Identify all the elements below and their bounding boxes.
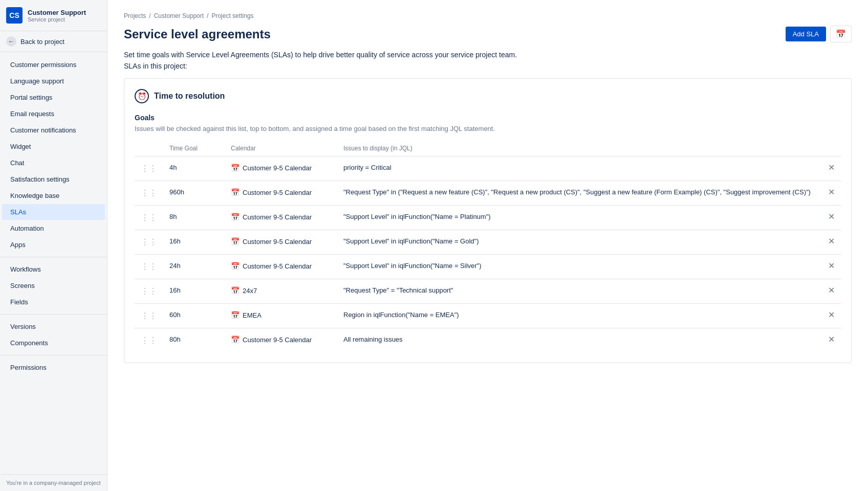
calendar-icon: 📅: [231, 164, 240, 172]
remove-row-button[interactable]: ✕: [828, 286, 835, 295]
page-title: Service level agreements: [124, 27, 271, 41]
remove-cell: ✕: [822, 157, 841, 181]
calendar-icon: 📅: [231, 336, 240, 344]
table-row: ⋮⋮ 960h 📅 Customer 9-5 Calendar "Request…: [135, 181, 841, 206]
drag-handle-icon[interactable]: ⋮⋮: [141, 189, 157, 197]
drag-handle-icon[interactable]: ⋮⋮: [141, 213, 157, 222]
sidebar-footer: You're in a company-managed project: [0, 474, 107, 491]
calendar-name: Customer 9-5 Calendar: [243, 164, 312, 172]
calendar-name: Customer 9-5 Calendar: [243, 213, 312, 221]
calendar-cell: 📅 24x7: [225, 279, 337, 304]
drag-handle-icon[interactable]: ⋮⋮: [141, 336, 157, 345]
sidebar-item-components[interactable]: Components: [2, 335, 105, 351]
jql-cell: "Request Type" in ("Request a new featur…: [337, 181, 822, 206]
sla-card-header: ⏰ Time to resolution: [135, 89, 841, 103]
sidebar-item-permissions[interactable]: Permissions: [2, 360, 105, 375]
time-goal-cell: 60h: [163, 304, 225, 328]
jql-cell: priority = Critical: [337, 157, 822, 181]
clock-icon: ⏰: [135, 89, 149, 103]
add-sla-button[interactable]: Add SLA: [786, 27, 826, 41]
sidebar-item-workflows[interactable]: Workflows: [2, 261, 105, 277]
back-icon: ←: [6, 36, 16, 47]
calendar-name: Customer 9-5 Calendar: [243, 336, 312, 344]
sidebar-item-satisfaction-settings[interactable]: Satisfaction settings: [2, 171, 105, 187]
remove-row-button[interactable]: ✕: [828, 311, 835, 319]
remove-cell: ✕: [822, 230, 841, 255]
sidebar-item-fields[interactable]: Fields: [2, 294, 105, 310]
drag-handle-icon[interactable]: ⋮⋮: [141, 311, 157, 320]
remove-row-button[interactable]: ✕: [828, 213, 835, 221]
drag-handle-icon[interactable]: ⋮⋮: [141, 262, 157, 271]
jql-cell: Region in iqlFunction("Name = EMEA"): [337, 304, 822, 328]
breadcrumb-sep-2: /: [207, 12, 208, 19]
breadcrumb-project-settings: Project settings: [211, 12, 253, 19]
calendar-icon: 📅: [231, 286, 240, 295]
calendar-icon: 📅: [231, 188, 240, 196]
time-goal-cell: 960h: [163, 181, 225, 206]
remove-row-button[interactable]: ✕: [828, 262, 835, 270]
breadcrumb: Projects / Customer Support / Project se…: [124, 12, 852, 19]
time-goal-cell: 80h: [163, 328, 225, 353]
sidebar-divider-1: [0, 257, 107, 257]
sidebar-item-portal-settings[interactable]: Portal settings: [2, 90, 105, 105]
table-header-row: Time Goal Calendar Issues to display (in…: [135, 141, 841, 157]
goals-table: Time Goal Calendar Issues to display (in…: [135, 141, 841, 352]
sidebar-item-chat[interactable]: Chat: [2, 155, 105, 171]
sidebar-header: CS Customer Support Service project: [0, 0, 107, 31]
drag-handle-icon[interactable]: ⋮⋮: [141, 238, 157, 247]
breadcrumb-projects[interactable]: Projects: [124, 12, 146, 19]
breadcrumb-customer-support[interactable]: Customer Support: [154, 12, 204, 19]
sidebar-item-language-support[interactable]: Language support: [2, 73, 105, 89]
sidebar-item-screens[interactable]: Screens: [2, 278, 105, 294]
sidebar-item-email-requests[interactable]: Email requests: [2, 106, 105, 122]
calendar-button[interactable]: 📅: [830, 26, 852, 42]
sidebar-item-knowledge-base[interactable]: Knowledge base: [2, 188, 105, 204]
sidebar-item-versions[interactable]: Versions: [2, 319, 105, 334]
sidebar-item-widget[interactable]: Widget: [2, 139, 105, 154]
col-header-calendar: Calendar: [225, 141, 337, 157]
calendar-cell: 📅 Customer 9-5 Calendar: [225, 206, 337, 230]
drag-handle-cell: ⋮⋮: [135, 230, 163, 255]
remove-row-button[interactable]: ✕: [828, 237, 835, 246]
drag-handle-icon[interactable]: ⋮⋮: [141, 164, 157, 173]
remove-row-button[interactable]: ✕: [828, 164, 835, 172]
header-actions: Add SLA 📅: [786, 26, 852, 42]
drag-handle-cell: ⋮⋮: [135, 157, 163, 181]
page-header: Service level agreements Add SLA 📅: [124, 26, 852, 42]
col-header-action: [822, 141, 841, 157]
sidebar-item-automation[interactable]: Automation: [2, 220, 105, 236]
remove-row-button[interactable]: ✕: [828, 188, 835, 196]
sidebar-item-slas[interactable]: SLAs: [2, 204, 105, 220]
remove-cell: ✕: [822, 279, 841, 304]
time-goal-cell: 16h: [163, 279, 225, 304]
sidebar-item-customer-notifications[interactable]: Customer notifications: [2, 122, 105, 138]
calendar-name: Customer 9-5 Calendar: [243, 262, 312, 270]
sidebar-item-customer-permissions[interactable]: Customer permissions: [2, 57, 105, 73]
jql-cell: "Support Level" in iqlFunction("Name = S…: [337, 255, 822, 279]
jql-cell: "Request Type" = "Technical support": [337, 279, 822, 304]
remove-row-button[interactable]: ✕: [828, 336, 835, 344]
page-description: Set time goals with Service Level Agreem…: [124, 51, 852, 59]
remove-cell: ✕: [822, 181, 841, 206]
drag-handle-icon[interactable]: ⋮⋮: [141, 287, 157, 296]
goals-title: Goals: [135, 114, 841, 122]
calendar-name: EMEA: [243, 311, 262, 319]
calendar-name: Customer 9-5 Calendar: [243, 189, 312, 196]
time-goal-cell: 4h: [163, 157, 225, 181]
sidebar-nav: Customer permissions Language support Po…: [0, 52, 107, 474]
remove-cell: ✕: [822, 328, 841, 353]
main-content: Projects / Customer Support / Project se…: [107, 0, 868, 491]
table-row: ⋮⋮ 24h 📅 Customer 9-5 Calendar "Support …: [135, 255, 841, 279]
project-title-group: Customer Support Service project: [28, 9, 86, 23]
sidebar-item-apps[interactable]: Apps: [2, 237, 105, 253]
goals-description: Issues will be checked against this list…: [135, 125, 841, 132]
project-logo: CS: [6, 7, 23, 24]
back-to-project[interactable]: ← Back to project: [0, 31, 107, 52]
calendar-cell: 📅 Customer 9-5 Calendar: [225, 328, 337, 353]
table-row: ⋮⋮ 16h 📅 Customer 9-5 Calendar "Support …: [135, 230, 841, 255]
calendar-cell: 📅 Customer 9-5 Calendar: [225, 157, 337, 181]
sidebar-divider-3: [0, 355, 107, 355]
table-row: ⋮⋮ 16h 📅 24x7 "Request Type" = "Technica…: [135, 279, 841, 304]
calendar-icon: 📅: [231, 213, 240, 221]
time-goal-cell: 8h: [163, 206, 225, 230]
